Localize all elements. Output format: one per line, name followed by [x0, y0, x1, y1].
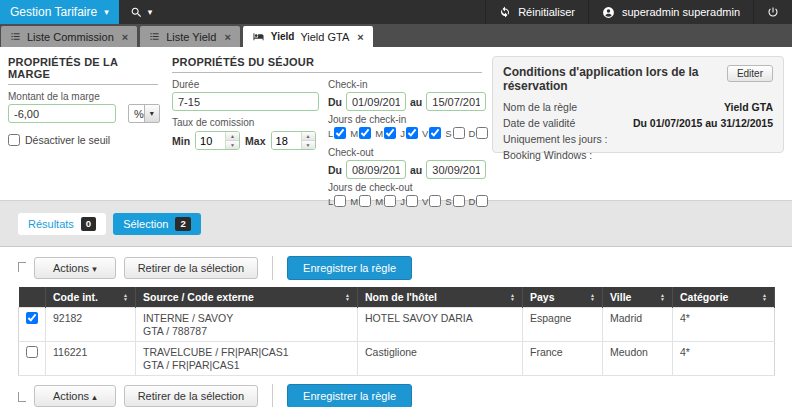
- list-icon: [10, 31, 21, 42]
- min-input[interactable]: [196, 132, 225, 149]
- user-menu-button[interactable]: superadmin superadmin: [588, 0, 753, 24]
- reset-button[interactable]: Réinitialiser: [485, 0, 588, 24]
- header-code-int[interactable]: Code int.▲▼: [46, 287, 136, 308]
- checkin-day-checkbox[interactable]: [384, 127, 396, 139]
- checkout-day-checkbox[interactable]: [429, 195, 441, 207]
- checkin-du-input[interactable]: [346, 92, 406, 111]
- sort-icon[interactable]: ▲▼: [590, 293, 595, 301]
- header-ville[interactable]: Ville▲▼: [603, 287, 673, 308]
- desactiver-seuil-label: Désactiver le seuil: [25, 134, 110, 146]
- close-icon[interactable]: ×: [224, 31, 230, 43]
- selection-table: Code int.▲▼ Source / Code externe▲▼ Nom …: [18, 287, 775, 376]
- tab-label: Liste Yield: [166, 31, 216, 43]
- desactiver-seuil-checkbox[interactable]: [8, 134, 20, 146]
- table-row[interactable]: 116221 TRAVELCUBE / FR|PAR|CAS1 GTA / FR…: [19, 342, 775, 376]
- duree-input[interactable]: [172, 92, 319, 111]
- condition-label: Date de validité: [503, 117, 575, 129]
- tab-yield-gta[interactable]: Yield Yield GTA ×: [243, 26, 373, 47]
- checkout-day-checkbox[interactable]: [334, 195, 346, 207]
- save-rule-button[interactable]: Enregistrer la règle: [287, 256, 412, 280]
- cell-hotel: Castiglione: [358, 342, 523, 376]
- checkin-label: Check-in: [328, 79, 482, 90]
- tab-selection[interactable]: Sélection 2: [113, 213, 201, 235]
- checkin-au-input[interactable]: [426, 92, 486, 111]
- checkin-day-checkbox[interactable]: [406, 127, 418, 139]
- max-input[interactable]: [272, 132, 301, 149]
- tab-liste-commission[interactable]: Liste Commission ×: [1, 26, 137, 47]
- checkout-day-checkbox[interactable]: [359, 195, 371, 207]
- sort-icon[interactable]: ▲▼: [345, 293, 350, 301]
- app-menu-button[interactable]: Gestion Tarifaire ▾: [0, 0, 119, 24]
- list-icon: [149, 31, 160, 42]
- checkin-day-checkbox[interactable]: [359, 127, 371, 139]
- max-label: Max: [245, 135, 265, 147]
- row-select-checkbox[interactable]: [26, 346, 38, 358]
- duree-label: Durée: [172, 79, 319, 90]
- actions-dropdown-button[interactable]: Actions ▴: [34, 385, 116, 407]
- stepper-down-icon[interactable]: ▼: [226, 140, 239, 149]
- header-pays[interactable]: Pays▲▼: [523, 287, 603, 308]
- row-select-checkbox[interactable]: [26, 312, 38, 324]
- checkin-day-checkbox[interactable]: [476, 127, 488, 139]
- close-icon[interactable]: ×: [122, 31, 128, 43]
- header-label: Source / Code externe: [143, 291, 254, 303]
- edit-button[interactable]: Editer: [727, 65, 773, 82]
- checkout-du-input[interactable]: [346, 160, 406, 179]
- condition-value: Yield GTA: [724, 101, 773, 113]
- remove-selection-button[interactable]: Retirer de la sélection: [124, 257, 258, 279]
- day-label: D: [469, 196, 476, 207]
- logout-button[interactable]: [753, 0, 792, 24]
- table-row[interactable]: 92182 INTERNE / SAVOY GTA / 788787 HOTEL…: [19, 308, 775, 342]
- day-label: D: [469, 128, 476, 139]
- save-rule-button[interactable]: Enregistrer la règle: [287, 384, 412, 407]
- day-label: L: [328, 196, 333, 207]
- unit-select[interactable]: % ▾: [128, 104, 160, 123]
- tab-resultats[interactable]: Résultats 0: [18, 213, 106, 235]
- max-stepper: ▲ ▼: [271, 131, 316, 150]
- sort-icon[interactable]: ▲▼: [660, 293, 665, 301]
- header-source[interactable]: Source / Code externe▲▼: [136, 287, 358, 308]
- checkout-label: Check-out: [328, 147, 482, 158]
- app-menu-label: Gestion Tarifaire: [10, 5, 97, 19]
- stepper-up-icon[interactable]: ▲: [302, 132, 315, 140]
- jours-checkin-label: Jours de check-in: [328, 114, 482, 125]
- header-hotel[interactable]: Nom de l'hôtel▲▼: [358, 287, 523, 308]
- stepper-down-icon[interactable]: ▼: [302, 140, 315, 149]
- day-label: V: [422, 128, 428, 139]
- checkout-day-checkbox[interactable]: [384, 195, 396, 207]
- power-icon: [767, 6, 779, 18]
- panel-title: PROPRIÉTÉS DE LA MARGE: [8, 56, 158, 85]
- sort-icon[interactable]: ▲▼: [510, 293, 515, 301]
- close-icon[interactable]: ×: [357, 31, 363, 43]
- sort-icon[interactable]: ▲▼: [762, 293, 767, 301]
- tab-label: Yield GTA: [300, 31, 349, 43]
- cell-pays: Espagne: [523, 308, 603, 342]
- checkout-day-checkbox[interactable]: [476, 195, 488, 207]
- stepper-up-icon[interactable]: ▲: [226, 132, 239, 140]
- checkout-day-checkbox[interactable]: [453, 195, 465, 207]
- source-line1: TRAVELCUBE / FR|PAR|CAS1: [143, 346, 350, 358]
- checkout-day-checkbox[interactable]: [406, 195, 418, 207]
- day-label: M: [375, 196, 383, 207]
- checkin-day-checkbox[interactable]: [453, 127, 465, 139]
- result-tab-band: Résultats 0 Sélection 2: [0, 200, 792, 247]
- day-label: V: [422, 196, 428, 207]
- chevron-down-icon: ▾: [92, 264, 97, 274]
- remove-selection-button[interactable]: Retirer de la sélection: [124, 385, 258, 407]
- tab-liste-yield[interactable]: Liste Yield ×: [140, 26, 240, 47]
- checkin-day-checkbox[interactable]: [429, 127, 441, 139]
- search-button[interactable]: ▾: [119, 0, 164, 24]
- checkin-day-checkbox[interactable]: [334, 127, 346, 139]
- source-line2: GTA / 788787: [143, 325, 350, 337]
- day-label: J: [400, 196, 405, 207]
- checkout-au-input[interactable]: [426, 160, 486, 179]
- montant-marge-input[interactable]: [8, 104, 116, 123]
- divider: [272, 384, 273, 407]
- jours-checkout-label: Jours de check-out: [328, 182, 482, 193]
- header-categorie[interactable]: Catégorie▲▼: [673, 287, 775, 308]
- corner-bracket-icon: [18, 392, 26, 402]
- sort-icon[interactable]: ▲▼: [123, 293, 128, 301]
- select-all-header: [19, 287, 46, 308]
- taux-comission-label: Taux de comission: [172, 117, 319, 128]
- actions-dropdown-button[interactable]: Actions ▾: [34, 257, 116, 279]
